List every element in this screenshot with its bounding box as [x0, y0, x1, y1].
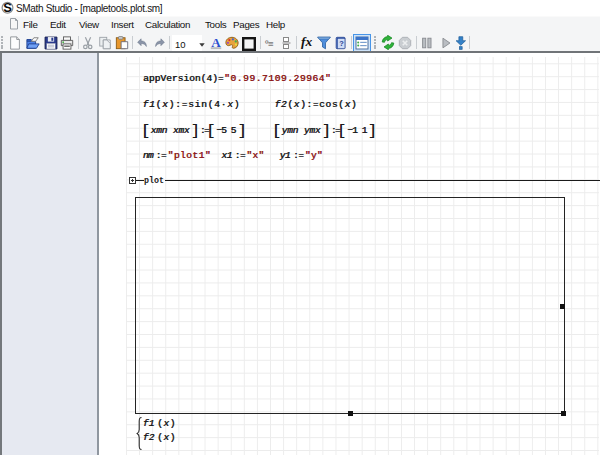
svg-text:?: ?	[339, 39, 344, 48]
svg-text:S: S	[3, 1, 12, 14]
